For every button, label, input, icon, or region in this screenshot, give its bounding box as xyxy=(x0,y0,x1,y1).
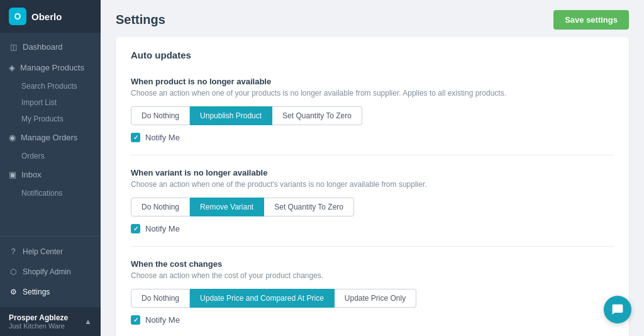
option-update-price-compared[interactable]: Update Price and Compared At Price xyxy=(190,289,335,308)
sidebar-item-import-list[interactable]: Import List xyxy=(0,94,101,111)
sidebar-item-label: Manage Orders xyxy=(21,133,77,142)
auto-updates-title: Auto updates xyxy=(131,50,614,60)
section-title: When product is no longer available xyxy=(131,77,614,86)
sidebar-item-label: Help Center xyxy=(23,247,63,256)
notify-checkbox[interactable] xyxy=(131,133,140,142)
user-store: Just Kitchen Ware xyxy=(9,322,68,330)
auto-updates-card: Auto updates When product is no longer a… xyxy=(116,37,629,336)
save-settings-button[interactable]: Save settings xyxy=(553,10,629,30)
section-cost-changes: When the cost changes Choose an action w… xyxy=(131,247,614,336)
sidebar-sub-label: My Products xyxy=(21,115,64,123)
content-area: Auto updates When product is no longer a… xyxy=(101,37,644,336)
sidebar-item-manage-orders[interactable]: ◉ Manage Orders xyxy=(0,127,101,148)
inbox-icon: ▣ xyxy=(9,170,16,179)
notify-label: Notify Me xyxy=(145,315,180,325)
notify-row: Notify Me xyxy=(131,133,614,142)
sidebar-sub-label: Search Products xyxy=(21,82,77,91)
sidebar-item-label: Shopify Admin xyxy=(23,267,71,276)
logo-text: Oberlo xyxy=(31,11,62,22)
user-info: Prosper Agbleze Just Kitchen Ware xyxy=(9,313,68,330)
sidebar-sub-label: Notifications xyxy=(21,189,62,198)
page-title: Settings xyxy=(116,13,165,27)
user-name: Prosper Agbleze xyxy=(9,313,68,322)
sidebar-navigation: ◫ Dashboard ◈ Manage Products Search Pro… xyxy=(0,33,101,236)
option-update-price-only[interactable]: Update Price Only xyxy=(335,289,416,308)
section-desc: Choose an action when one of the product… xyxy=(131,180,614,189)
option-set-quantity-zero[interactable]: Set Quantity To Zero xyxy=(272,106,362,125)
manage-products-icon: ◈ xyxy=(9,63,15,72)
option-do-nothing[interactable]: Do Nothing xyxy=(131,106,190,125)
section-title: When variant is no longer available xyxy=(131,168,614,177)
product-unavailable-options: Do Nothing Unpublish Product Set Quantit… xyxy=(131,106,614,125)
manage-orders-icon: ◉ xyxy=(9,133,16,142)
help-icon: ? xyxy=(9,247,18,256)
notify-row: Notify Me xyxy=(131,315,614,325)
notify-label: Notify Me xyxy=(145,224,180,233)
sidebar-item-shopify-admin[interactable]: ⬡ Shopify Admin xyxy=(0,262,101,282)
section-variant-unavailable: When variant is no longer available Choo… xyxy=(131,155,614,247)
option-do-nothing[interactable]: Do Nothing xyxy=(131,289,190,308)
notify-checkbox[interactable] xyxy=(131,224,140,233)
chevron-up-icon: ▲ xyxy=(84,317,92,326)
sidebar-item-orders[interactable]: Orders xyxy=(0,148,101,164)
option-unpublish-product[interactable]: Unpublish Product xyxy=(190,106,272,125)
cost-changes-options: Do Nothing Update Price and Compared At … xyxy=(131,289,614,308)
sidebar-item-label: Manage Products xyxy=(20,63,84,72)
section-product-unavailable: When product is no longer available Choo… xyxy=(131,64,614,155)
sidebar: O Oberlo ◫ Dashboard ◈ Manage Products S… xyxy=(0,0,101,336)
settings-icon: ⚙ xyxy=(9,288,18,296)
sidebar-item-inbox[interactable]: ▣ Inbox xyxy=(0,164,101,185)
user-section[interactable]: Prosper Agbleze Just Kitchen Ware ▲ xyxy=(0,307,101,336)
section-desc: Choose an action when one of your produc… xyxy=(131,89,614,98)
sidebar-item-label: Dashboard xyxy=(23,42,63,52)
logo-icon: O xyxy=(9,8,26,25)
notify-row: Notify Me xyxy=(131,224,614,233)
sidebar-item-notifications[interactable]: Notifications xyxy=(0,185,101,201)
dashboard-icon: ◫ xyxy=(9,43,18,52)
sidebar-item-dashboard[interactable]: ◫ Dashboard xyxy=(0,36,101,57)
shopify-icon: ⬡ xyxy=(9,267,18,276)
section-title: When the cost changes xyxy=(131,259,614,269)
option-do-nothing[interactable]: Do Nothing xyxy=(131,198,190,216)
sidebar-sub-label: Import List xyxy=(21,98,57,107)
section-desc: Choose an action when the cost of your p… xyxy=(131,271,614,280)
sidebar-item-label: Settings xyxy=(23,288,50,296)
sidebar-item-search-products[interactable]: Search Products xyxy=(0,78,101,94)
sidebar-item-help-center[interactable]: ? Help Center xyxy=(0,242,101,262)
notify-checkbox[interactable] xyxy=(131,315,140,325)
sidebar-item-settings[interactable]: ⚙ Settings xyxy=(0,282,101,302)
logo-container[interactable]: O Oberlo xyxy=(0,0,101,33)
sidebar-sub-label: Orders xyxy=(21,152,45,160)
chat-bubble[interactable] xyxy=(604,296,631,323)
sidebar-bottom: ? Help Center ⬡ Shopify Admin ⚙ Settings xyxy=(0,236,101,307)
option-remove-variant[interactable]: Remove Variant xyxy=(190,198,264,216)
variant-unavailable-options: Do Nothing Remove Variant Set Quantity T… xyxy=(131,198,614,216)
sidebar-item-manage-products[interactable]: ◈ Manage Products xyxy=(0,57,101,78)
page-header: Settings Save settings xyxy=(101,0,644,37)
sidebar-item-label: Inbox xyxy=(21,170,42,179)
sidebar-item-my-products[interactable]: My Products xyxy=(0,111,101,127)
option-set-quantity-zero[interactable]: Set Quantity To Zero xyxy=(264,198,354,216)
notify-label: Notify Me xyxy=(145,133,180,142)
main-content: Settings Save settings Auto updates When… xyxy=(101,0,644,336)
